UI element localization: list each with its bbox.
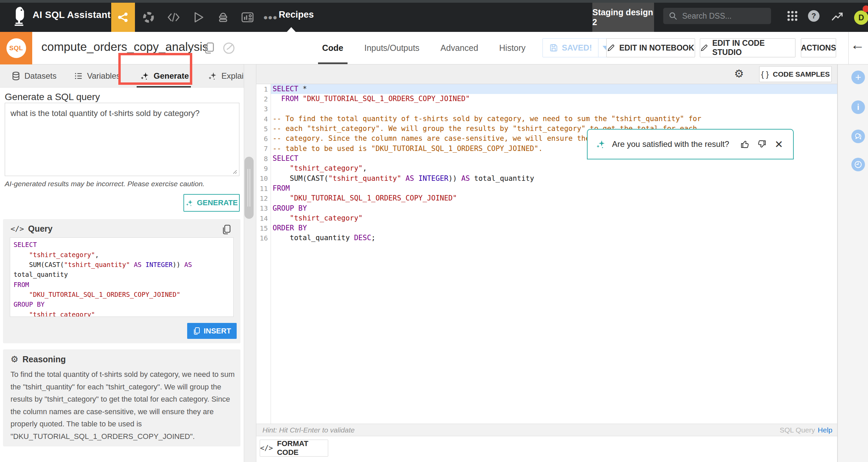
line-number: 3 [256,105,271,113]
save-button[interactable]: SAVED! [543,39,598,57]
line-number: 11 [256,185,271,193]
jobs-play-icon[interactable] [189,3,209,32]
actions-button[interactable]: ACTIONS [801,38,836,57]
code-notebook-icon[interactable] [163,3,184,32]
collapse-panel-arrow-icon[interactable]: ← [850,37,865,53]
save-label: SAVED! [562,43,592,53]
timeline-button[interactable] [851,158,865,171]
line-number: 13 [256,204,271,212]
close-icon[interactable]: ✕ [775,138,783,150]
hint-text: Hint: Hit Ctrl-Enter to validate [262,426,355,434]
edit-in-notebook-button[interactable]: EDIT IN NOTEBOOK [606,38,695,57]
code-editor-area: ⚙ { } CODE SAMPLES 1SELECT *2 FROM "DKU_… [256,64,837,462]
add-button[interactable]: + [851,71,865,84]
more-icon[interactable]: ••• [260,3,281,32]
tab-inputs-outputs[interactable]: Inputs/Outputs [364,32,420,64]
code-icon: </> [260,444,273,452]
code-line[interactable]: 2 FROM "DKU_TUTORIAL_SQL_1_ORDERS_COPY_J… [256,94,837,104]
code-line[interactable]: 1SELECT * [256,84,837,94]
generate-button[interactable]: GENERATE [183,194,240,212]
pencil-icon [700,44,708,52]
code-line[interactable]: 16 total_quantity DESC; [256,233,837,243]
search-box[interactable] [663,8,771,24]
editor-hint-bar: Hint: Hit Ctrl-Enter to validate SQL Que… [256,424,837,436]
thumbs-up-button[interactable] [740,139,750,149]
search-input[interactable] [682,11,761,21]
editor-settings-gear-icon[interactable]: ⚙ [734,67,744,80]
stack-icon[interactable] [213,3,233,32]
line-number: 10 [256,174,271,182]
code-line[interactable]: "tshirt_category" [14,309,230,317]
copy-recipe-icon[interactable] [203,41,215,55]
help-icon[interactable]: ? [808,10,820,22]
code-line[interactable]: "tshirt_category", [14,250,230,259]
tab-code[interactable]: Code [322,32,343,64]
apps-grid-icon[interactable] [786,9,799,22]
sql-badge: SQL [6,38,26,58]
tab-variables[interactable]: Variables [74,64,120,88]
code-line[interactable]: SELECT [14,240,230,250]
recipe-tabs: Code Inputs/Outputs Advanced History [322,32,526,64]
discussions-button[interactable] [851,130,865,143]
editor-toolbar: ⚙ { } CODE SAMPLES [256,64,837,84]
code-line[interactable]: 10 SUM(CAST("tshirt_quantity" AS INTEGER… [256,174,837,184]
window-top-strip [0,0,868,3]
feedback-question: Are you satisfied with the result? [612,139,729,149]
reasoning-text: To find the total quantity of t-shirts s… [11,368,237,443]
code-line[interactable]: 12 "DKU_TUTORIAL_SQL_1_ORDERS_COPY_JOINE… [256,193,837,203]
insert-button[interactable]: INSERT [187,323,237,339]
prompt-input[interactable]: what is the total quantity of t-shirts s… [5,103,239,176]
feedback-popup: Are you satisfied with the result? ✕ [587,129,794,159]
recipe-title: compute_orders_copy_analysis [41,40,208,54]
copy-query-icon[interactable] [221,224,232,235]
right-rail: + i [837,64,868,462]
ai-disclaimer: AI-generated results may be incorrect. P… [5,180,204,188]
help-link[interactable]: Help [818,426,832,434]
user-avatar[interactable]: D [854,11,868,25]
format-code-button[interactable]: </> FORMAT CODE [260,440,328,457]
code-line[interactable]: 9 "tshirt_category", [256,163,837,173]
tab-explain[interactable]: Explain [208,64,248,88]
sparkles-icon [596,139,606,149]
line-number: 5 [256,125,271,133]
tab-history[interactable]: History [499,32,526,64]
tab-advanced[interactable]: Advanced [440,32,478,64]
code-line[interactable]: 13GROUP BY [256,204,837,213]
status-circle-icon[interactable] [222,41,236,55]
info-button[interactable]: i [851,100,865,114]
code-samples-button[interactable]: { } CODE SAMPLES [759,66,832,82]
code-line[interactable]: 15ORDER BY [256,223,837,233]
nav-flow-tile[interactable] [111,3,135,32]
code-line[interactable]: GROUP BY [14,300,230,309]
dashboard-icon[interactable] [237,3,258,32]
code-line[interactable]: "DKU_TUTORIAL_SQL_1_ORDERS_COPY_JOINED" [14,289,230,299]
edit-in-code-studio-button[interactable]: EDIT IN CODE STUDIO [700,38,795,57]
thumbs-down-button[interactable] [756,139,767,149]
resize-handle-icon[interactable] [232,169,237,174]
code-line[interactable]: total_quantity [14,270,230,280]
annotation-highlight-box [118,53,192,85]
code-line[interactable]: 11FROM [256,184,837,193]
code-line[interactable]: 4-- To find the total quantity of t-shir… [256,114,837,124]
help-prefix: SQL Query [780,426,815,434]
code-line[interactable]: 3 [256,104,837,114]
dataiku-logo-icon[interactable] [9,6,28,26]
panel-gutter [244,64,256,462]
navbar-page-label: Recipes [279,9,314,20]
project-selector[interactable]: Staging design 2 [592,3,654,32]
code-line[interactable]: FROM [14,280,230,289]
pencil-icon [607,44,615,52]
generated-query-code[interactable]: SELECT "tshirt_category", SUM(CAST("tshi… [10,237,234,317]
line-number: 1 [256,85,271,93]
navbar-current-caret [287,27,296,32]
reasoning-card: ⚙ Reasoning To find the total quantity o… [3,349,240,446]
line-number: 15 [256,224,271,232]
panel-scrollbar-thumb[interactable] [244,157,254,219]
code-line[interactable]: SUM(CAST("tshirt_quantity" AS INTEGER)) … [14,260,230,270]
lab-icon[interactable] [138,3,159,32]
tab-datasets[interactable]: Datasets [12,64,57,88]
code-line[interactable]: 14 "tshirt_category" [256,213,837,223]
list-icon [74,72,83,80]
reasoning-card-header: ⚙ Reasoning [11,354,66,364]
trend-arrow-icon[interactable] [831,10,844,22]
